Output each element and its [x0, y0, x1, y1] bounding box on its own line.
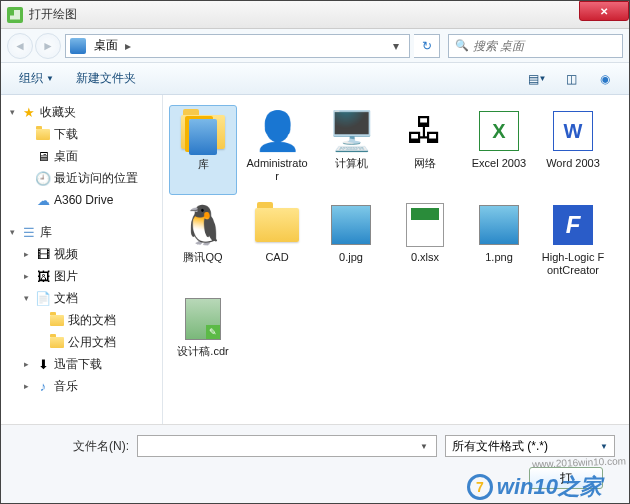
file-list: 库👤Administrator🖥️计算机🖧网络XExcel 2003WWord …: [163, 95, 629, 424]
organize-label: 组织: [19, 70, 43, 87]
sidebar-recent[interactable]: 🕘 最近访问的位置: [4, 167, 159, 189]
sidebar-music[interactable]: ▸♪ 音乐: [4, 375, 159, 397]
sidebar-a360[interactable]: ☁ A360 Drive: [4, 189, 159, 211]
sidebar-libraries[interactable]: ▾ ☰ 库: [4, 221, 159, 243]
help-button[interactable]: ◉: [591, 67, 619, 91]
file-label: High-Logic FontCreator: [541, 251, 605, 277]
sidebar-videos[interactable]: ▸🎞 视频: [4, 243, 159, 265]
library-icon: ☰: [21, 224, 37, 240]
filename-input[interactable]: ▼: [137, 435, 437, 457]
open-button[interactable]: 打: [529, 467, 603, 489]
file-icon: F: [549, 201, 597, 249]
cloud-icon: ☁: [35, 192, 51, 208]
sidebar-favorites[interactable]: ▾ ★ 收藏夹: [4, 101, 159, 123]
view-options-button[interactable]: ▤▼: [523, 67, 551, 91]
filename-field[interactable]: [142, 439, 416, 453]
expander-icon[interactable]: ▾: [20, 293, 32, 303]
filename-label: 文件名(N):: [15, 438, 129, 455]
file-icon: [253, 201, 301, 249]
sidebar-thunder[interactable]: ▸⬇ 迅雷下载: [4, 353, 159, 375]
filename-dropdown[interactable]: ▼: [416, 442, 432, 451]
expander-icon[interactable]: ▸: [20, 271, 32, 281]
breadcrumb-segment[interactable]: 桌面: [90, 37, 122, 54]
sidebar-desktop[interactable]: 🖥 桌面: [4, 145, 159, 167]
file-label: 0.jpg: [339, 251, 363, 264]
expander-icon[interactable]: ▾: [6, 227, 18, 237]
sidebar: ▾ ★ 收藏夹 下载 🖥 桌面 🕘 最近访问的位置 ☁ A360 Drive: [1, 95, 163, 424]
expander-icon[interactable]: ▾: [6, 107, 18, 117]
titlebar: 打开绘图 ✕: [1, 1, 629, 29]
documents-icon: 📄: [35, 290, 51, 306]
file-item[interactable]: WWord 2003: [539, 105, 607, 195]
file-item[interactable]: 🖧网络: [391, 105, 459, 195]
file-label: 0.xlsx: [411, 251, 439, 264]
video-icon: 🎞: [35, 246, 51, 262]
recent-icon: 🕘: [35, 170, 51, 186]
file-item[interactable]: 1.png: [465, 199, 533, 289]
sidebar-public-documents[interactable]: 公用文档: [4, 331, 159, 353]
file-label: Administrator: [245, 157, 309, 183]
file-icon: [475, 201, 523, 249]
file-icon: [179, 108, 227, 156]
location-icon: [70, 38, 86, 54]
filetype-select[interactable]: 所有文件格式 (*.*) ▼: [445, 435, 615, 457]
folder-icon: [49, 312, 65, 328]
file-icon: 🖧: [401, 107, 449, 155]
expander-icon[interactable]: ▸: [20, 249, 32, 259]
desktop-icon: 🖥: [35, 148, 51, 164]
breadcrumb-dropdown[interactable]: ▾: [387, 39, 405, 53]
file-item[interactable]: 0.xlsx: [391, 199, 459, 289]
forward-button[interactable]: ►: [35, 33, 61, 59]
file-item[interactable]: 👤Administrator: [243, 105, 311, 195]
star-icon: ★: [21, 104, 37, 120]
nav-bar: ◄ ► 桌面 ▸ ▾ ↻ 🔍: [1, 29, 629, 63]
file-label: CAD: [265, 251, 288, 264]
file-label: 1.png: [485, 251, 513, 264]
file-icon: ✎: [179, 295, 227, 343]
thunder-icon: ⬇: [35, 356, 51, 372]
file-icon: [327, 201, 375, 249]
sidebar-documents[interactable]: ▾📄 文档: [4, 287, 159, 309]
file-label: 设计稿.cdr: [177, 345, 228, 358]
file-label: Excel 2003: [472, 157, 526, 170]
file-item[interactable]: 0.jpg: [317, 199, 385, 289]
app-icon: [7, 7, 23, 23]
chevron-down-icon: ▼: [600, 442, 608, 451]
open-dialog-window: 打开绘图 ✕ ◄ ► 桌面 ▸ ▾ ↻ 🔍 组织 ▼ 新建文件夹 ▤: [0, 0, 630, 504]
sidebar-downloads[interactable]: 下载: [4, 123, 159, 145]
file-item[interactable]: CAD: [243, 199, 311, 289]
folder-icon: [49, 334, 65, 350]
file-item[interactable]: 库: [169, 105, 237, 195]
footer: 文件名(N): ▼ 所有文件格式 (*.*) ▼ 打: [1, 424, 629, 503]
refresh-button[interactable]: ↻: [414, 34, 440, 58]
sidebar-pictures[interactable]: ▸🖼 图片: [4, 265, 159, 287]
search-box[interactable]: 🔍: [448, 34, 623, 58]
chevron-right-icon[interactable]: ▸: [122, 39, 134, 53]
file-label: 腾讯QQ: [183, 251, 222, 264]
new-folder-button[interactable]: 新建文件夹: [68, 66, 144, 91]
downloads-icon: [35, 126, 51, 142]
expander-icon[interactable]: ▸: [20, 381, 32, 391]
close-button[interactable]: ✕: [579, 1, 629, 21]
expander-icon[interactable]: ▸: [20, 359, 32, 369]
file-label: 网络: [414, 157, 436, 170]
preview-pane-button[interactable]: ◫: [557, 67, 585, 91]
file-icon: X: [475, 107, 523, 155]
file-label: Word 2003: [546, 157, 600, 170]
search-input[interactable]: [473, 39, 624, 53]
file-icon: 🖥️: [327, 107, 375, 155]
pictures-icon: 🖼: [35, 268, 51, 284]
filetype-label: 所有文件格式 (*.*): [452, 438, 548, 455]
file-item[interactable]: 🐧腾讯QQ: [169, 199, 237, 289]
file-item[interactable]: FHigh-Logic FontCreator: [539, 199, 607, 289]
file-item[interactable]: 🖥️计算机: [317, 105, 385, 195]
sidebar-my-documents[interactable]: 我的文档: [4, 309, 159, 331]
search-icon: 🔍: [455, 39, 469, 52]
back-button[interactable]: ◄: [7, 33, 33, 59]
file-item[interactable]: ✎设计稿.cdr: [169, 293, 237, 383]
file-icon: 👤: [253, 107, 301, 155]
open-button-label: 打: [560, 470, 572, 487]
breadcrumb[interactable]: 桌面 ▸ ▾: [65, 34, 410, 58]
file-item[interactable]: XExcel 2003: [465, 105, 533, 195]
organize-button[interactable]: 组织 ▼: [11, 66, 62, 91]
